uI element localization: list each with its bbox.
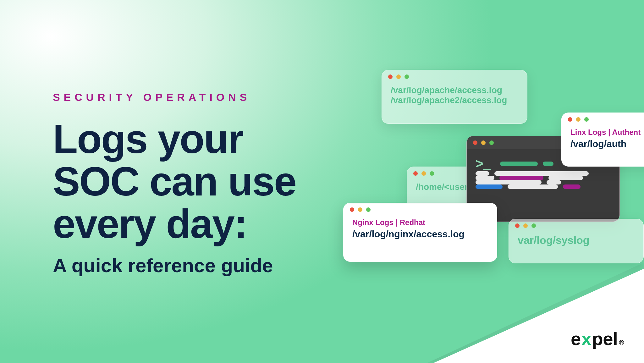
- window-caption: Linx Logs | Authent: [570, 128, 644, 137]
- window-titlebar: [562, 113, 644, 126]
- prompt-icon: >_: [476, 156, 491, 171]
- window-nginx: Nginx Logs | Redhat /var/log/nginx/acces…: [343, 203, 497, 262]
- window-apache: /var/log/apache/access.log /var/log/apac…: [382, 70, 527, 124]
- zoom-icon: [405, 74, 409, 79]
- close-icon: [515, 223, 520, 228]
- close-icon: [388, 74, 393, 79]
- main-title: Logs your SOC can use every day:: [53, 118, 336, 245]
- log-path: var/log/syslog: [518, 234, 635, 246]
- window-titlebar: [382, 70, 527, 83]
- minimize-icon: [523, 223, 528, 228]
- headline-block: SECURITY OPERATIONS Logs your SOC can us…: [53, 91, 336, 277]
- brand-logo: e x pel ®: [571, 328, 624, 349]
- window-caption: Nginx Logs | Redhat: [352, 218, 488, 227]
- zoom-icon: [531, 223, 536, 228]
- eyebrow-label: SECURITY OPERATIONS: [53, 91, 336, 103]
- logo-text: e: [571, 328, 581, 349]
- log-path: /var/log/auth: [570, 139, 644, 149]
- close-icon: [413, 171, 418, 176]
- registered-mark-icon: ®: [619, 339, 624, 347]
- zoom-icon: [366, 207, 371, 212]
- minimize-icon: [421, 171, 426, 176]
- close-icon: [568, 117, 572, 122]
- logo-accent: x: [581, 328, 592, 349]
- log-path: /var/log/apache2/access.log: [391, 95, 518, 105]
- close-icon: [473, 140, 477, 145]
- window-syslog: var/log/syslog: [509, 219, 644, 263]
- minimize-icon: [358, 207, 362, 212]
- zoom-icon: [584, 117, 589, 122]
- zoom-icon: [430, 171, 434, 176]
- hero-banner: SECURITY OPERATIONS Logs your SOC can us…: [0, 0, 644, 363]
- minimize-icon: [576, 117, 581, 122]
- minimize-icon: [481, 140, 486, 145]
- zoom-icon: [489, 140, 494, 145]
- window-titlebar: [509, 219, 643, 232]
- minimize-icon: [396, 74, 401, 79]
- log-path: /var/log/nginx/access.log: [352, 229, 488, 239]
- window-titlebar: [344, 203, 497, 216]
- log-path: /var/log/apache/access.log: [391, 85, 518, 95]
- subtitle: A quick reference guide: [53, 254, 336, 277]
- logo-text: pel: [592, 328, 618, 349]
- window-linx: Linx Logs | Authent /var/log/auth: [561, 113, 644, 167]
- close-icon: [350, 207, 354, 212]
